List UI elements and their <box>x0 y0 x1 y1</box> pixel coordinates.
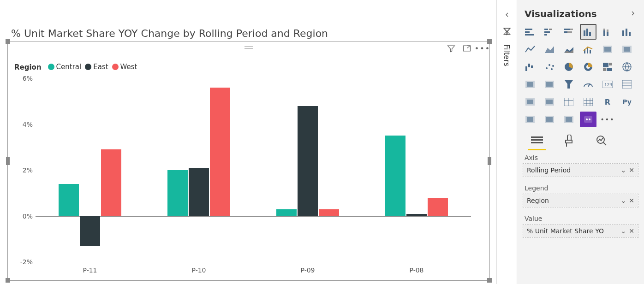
bar[interactable] <box>276 209 297 216</box>
card-icon[interactable]: 123 <box>599 77 616 92</box>
svg-rect-17 <box>603 29 605 30</box>
svg-rect-49 <box>527 82 533 87</box>
fields-tab-icon[interactable] <box>528 133 546 148</box>
bar[interactable] <box>210 88 230 216</box>
resize-handle-bl[interactable] <box>6 278 10 283</box>
svg-rect-6 <box>544 31 550 33</box>
bar[interactable] <box>298 106 318 216</box>
kpi-icon[interactable] <box>522 94 538 110</box>
svg-rect-26 <box>584 49 585 53</box>
resize-handle-br[interactable] <box>487 278 492 283</box>
legend-field-well[interactable]: Region ⌄ ✕ <box>523 194 638 207</box>
svg-rect-31 <box>622 46 632 53</box>
svg-rect-30 <box>604 47 611 52</box>
clustered-bar-icon[interactable] <box>541 24 558 40</box>
bar[interactable] <box>101 149 121 216</box>
matrix-icon[interactable] <box>580 94 596 110</box>
stacked-bar-icon[interactable] <box>522 24 538 40</box>
legend-item[interactable]: Central <box>48 63 82 71</box>
analytics-tab-icon[interactable] <box>593 133 610 148</box>
legend-swatch <box>48 64 54 70</box>
svg-rect-15 <box>589 32 591 36</box>
stacked-column-icon[interactable] <box>599 24 616 40</box>
more-options-icon[interactable]: ••• <box>477 43 488 53</box>
waterfall-icon[interactable] <box>522 59 538 75</box>
axis-field-well[interactable]: Rolling Period ⌄ ✕ <box>523 163 638 177</box>
resize-handle-tl[interactable] <box>6 39 10 44</box>
filters-pane-collapsed[interactable]: Filters <box>496 0 517 284</box>
bar[interactable] <box>189 168 209 216</box>
powerapps-icon[interactable] <box>580 112 596 127</box>
bar[interactable] <box>319 209 339 216</box>
more-visuals-icon[interactable]: ••• <box>599 112 616 127</box>
clustered-column-icon[interactable] <box>580 24 596 40</box>
treemap-icon[interactable] <box>599 59 616 75</box>
format-tab-icon[interactable] <box>561 133 578 148</box>
line-icon[interactable] <box>522 41 538 57</box>
value-field-well[interactable]: % Unit Market Share YO ⌄ ✕ <box>523 224 638 238</box>
pie-icon[interactable] <box>561 59 577 75</box>
svg-point-42 <box>586 65 590 69</box>
arcgis-icon[interactable] <box>561 112 577 127</box>
bar[interactable] <box>80 216 100 246</box>
stacked-bar-h-icon[interactable] <box>561 24 577 40</box>
key-influencers-icon[interactable] <box>522 112 538 127</box>
remove-field-icon[interactable]: ✕ <box>629 166 634 174</box>
bar[interactable] <box>385 136 405 216</box>
100pct-column-icon[interactable] <box>619 24 635 40</box>
chevron-down-icon[interactable]: ⌄ <box>621 166 626 174</box>
multirow-icon[interactable] <box>619 77 635 92</box>
donut-icon[interactable] <box>580 59 596 75</box>
remove-field-icon[interactable]: ✕ <box>629 197 634 204</box>
filled-map-icon[interactable] <box>522 77 538 92</box>
x-category-label: P-10 <box>191 266 206 274</box>
gauge-icon[interactable] <box>580 77 596 92</box>
bar[interactable] <box>59 184 79 216</box>
table-icon[interactable] <box>561 94 577 110</box>
r-visual-icon[interactable]: R <box>599 94 616 110</box>
bar[interactable] <box>428 198 448 216</box>
stacked-area-icon[interactable] <box>561 41 577 57</box>
chevron-down-icon[interactable]: ⌄ <box>621 227 626 235</box>
resize-handle-tr[interactable] <box>487 39 492 44</box>
filters-label-icon <box>502 27 512 38</box>
report-canvas: % Unit Market Share YOY Change by Rollin… <box>0 0 496 284</box>
axis-field-chip[interactable]: Rolling Period <box>527 166 618 174</box>
line-clustered-icon[interactable] <box>599 41 616 57</box>
chevron-down-icon[interactable]: ⌄ <box>621 197 626 204</box>
scatter-icon[interactable] <box>541 59 558 75</box>
funnel-icon[interactable] <box>561 77 577 92</box>
y-tick-label: 4% <box>12 121 33 128</box>
ribbon-icon[interactable] <box>619 41 635 57</box>
python-visual-icon[interactable]: Py <box>619 94 635 110</box>
resize-handle-r[interactable] <box>488 157 491 165</box>
shape-map-icon[interactable] <box>541 77 558 92</box>
resize-handle-l[interactable] <box>6 157 10 165</box>
legend-item[interactable]: West <box>112 63 137 71</box>
remove-field-icon[interactable]: ✕ <box>629 227 634 235</box>
svg-rect-43 <box>603 63 608 67</box>
slicer-icon[interactable] <box>541 94 558 110</box>
legend-field-chip[interactable]: Region <box>527 197 618 204</box>
svg-point-37 <box>549 64 550 66</box>
visual-frame[interactable]: ••• Region CentralEastWest 6%4%2%0%-2%P-… <box>7 41 490 281</box>
svg-rect-60 <box>527 100 533 104</box>
chevron-left-icon[interactable] <box>503 11 511 20</box>
svg-rect-16 <box>603 30 605 36</box>
focus-mode-icon[interactable] <box>462 43 472 53</box>
filter-icon[interactable] <box>446 43 456 53</box>
qa-icon[interactable] <box>541 112 558 127</box>
area-icon[interactable] <box>541 41 558 57</box>
bar[interactable] <box>167 170 188 216</box>
svg-rect-81 <box>531 139 543 141</box>
legend-item[interactable]: East <box>85 63 108 71</box>
svg-rect-28 <box>590 50 591 53</box>
value-field-chip[interactable]: % Unit Market Share YO <box>527 227 618 235</box>
svg-marker-23 <box>545 46 554 53</box>
chevron-right-icon[interactable] <box>629 10 637 18</box>
svg-rect-46 <box>607 68 612 71</box>
line-column-icon[interactable] <box>580 41 596 57</box>
bar[interactable] <box>406 214 427 216</box>
map-icon[interactable] <box>619 59 635 75</box>
svg-rect-32 <box>624 47 630 52</box>
